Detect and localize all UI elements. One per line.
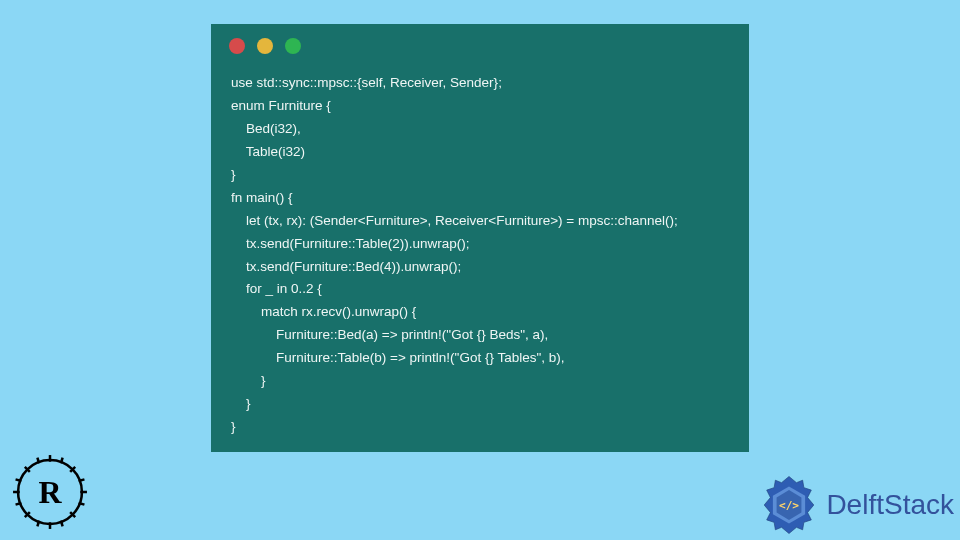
code-line: fn main() {: [231, 190, 293, 205]
code-window: use std::sync::mpsc::{self, Receiver, Se…: [211, 24, 749, 452]
minimize-dot-icon: [257, 38, 273, 54]
code-line: use std::sync::mpsc::{self, Receiver, Se…: [231, 75, 502, 90]
svg-line-15: [79, 479, 85, 481]
svg-line-14: [16, 503, 22, 505]
code-line: }: [231, 167, 236, 182]
window-titlebar: [211, 24, 749, 68]
code-line: let (tx, rx): (Sender<Furniture>, Receiv…: [231, 213, 678, 228]
code-block: use std::sync::mpsc::{self, Receiver, Se…: [211, 68, 749, 455]
code-line: }: [231, 396, 251, 411]
code-line: Furniture::Table(b) => println!("Got {} …: [231, 350, 565, 365]
code-line: }: [231, 419, 236, 434]
svg-line-16: [79, 503, 85, 505]
code-line: enum Furniture {: [231, 98, 331, 113]
svg-line-9: [37, 458, 39, 464]
svg-line-11: [37, 521, 39, 527]
svg-line-10: [61, 458, 63, 464]
maximize-dot-icon: [285, 38, 301, 54]
code-line: Furniture::Bed(a) => println!("Got {} Be…: [231, 327, 548, 342]
close-dot-icon: [229, 38, 245, 54]
code-line: tx.send(Furniture::Bed(4)).unwrap();: [231, 259, 461, 274]
svg-line-12: [61, 521, 63, 527]
code-line: }: [231, 373, 266, 388]
code-line: for _ in 0..2 {: [231, 281, 322, 296]
svg-line-13: [16, 479, 22, 481]
code-line: tx.send(Furniture::Table(2)).unwrap();: [231, 236, 470, 251]
delftstack-text: DelftStack: [826, 489, 954, 521]
svg-text:</>: </>: [779, 499, 799, 512]
delftstack-badge-icon: </>: [758, 474, 820, 536]
code-line: match rx.recv().unwrap() {: [231, 304, 416, 319]
code-line: Table(i32): [231, 144, 305, 159]
svg-text:R: R: [38, 475, 62, 510]
code-line: Bed(i32),: [231, 121, 301, 136]
rust-logo-icon: R: [8, 450, 92, 538]
delftstack-logo: </> DelftStack: [758, 474, 954, 536]
